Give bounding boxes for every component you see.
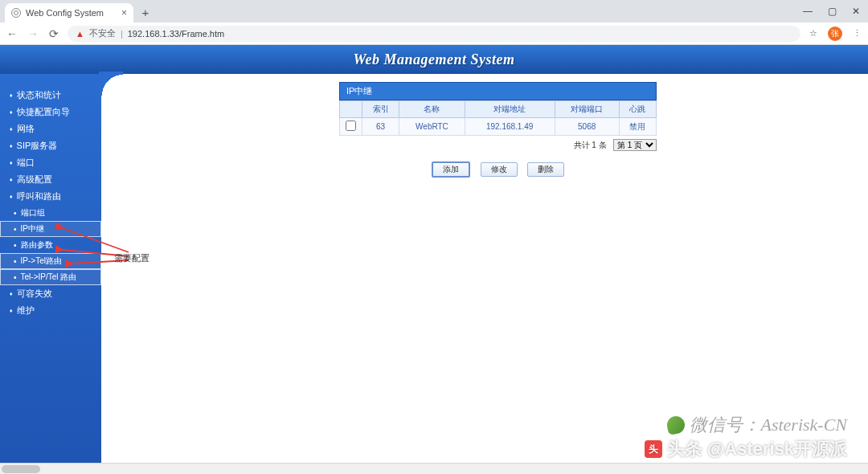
nav-callroute-sub: 端口组 IP中继 路由参数 IP->Tel路由 Tel->IP/Tel 路由 (0, 205, 101, 285)
col-peeraddr: 对端地址 (465, 101, 555, 118)
panel-title: IP中继 (339, 82, 657, 100)
watermark-text: 微信号：Asterisk-CN (690, 413, 847, 437)
back-icon[interactable]: ← (5, 27, 19, 40)
wechat-icon (666, 415, 686, 435)
sub-iptrunk[interactable]: IP中继 (0, 221, 101, 237)
extension-icon[interactable]: ☆ (807, 27, 820, 40)
horizontal-scrollbar[interactable] (0, 463, 868, 474)
sub-label: Tel->IP/Tel 路由 (21, 272, 77, 283)
sub-label: 端口组 (21, 207, 45, 219)
nav-maintain[interactable]: 维护 (0, 302, 101, 319)
nav-label: 状态和统计 (17, 89, 61, 101)
address-bar[interactable]: ▲ 不安全 | 192.168.1.33/Frame.htm (68, 26, 800, 42)
cell-heartbeat: 禁用 (619, 118, 656, 136)
ip-trunk-table: 索引 名称 对端地址 对端端口 心跳 63 WebRTC (339, 100, 657, 136)
nav-sip[interactable]: SIP服务器 (0, 137, 101, 154)
page-banner: Web Management System (0, 45, 868, 74)
cell-name: WebRTC (399, 118, 465, 136)
col-heartbeat: 心跳 (619, 101, 656, 118)
nav-label: 呼叫和路由 (17, 190, 61, 202)
sub-label: IP中继 (21, 223, 44, 235)
globe-icon (11, 8, 21, 18)
cell-index: 63 (362, 118, 399, 136)
nav-wizard[interactable]: 快捷配置向导 (0, 104, 101, 121)
minimize-icon[interactable]: — (796, 0, 820, 22)
watermark-text: 头条 @Asterisk开源派 (667, 437, 847, 461)
new-tab-button[interactable]: + (137, 3, 154, 21)
nav-callroute[interactable]: 呼叫和路由 (0, 188, 101, 205)
url-text: 192.168.1.33/Frame.htm (128, 29, 224, 39)
watermark-toutiao: 头 头条 @Asterisk开源派 (645, 437, 847, 461)
browser-tab[interactable]: Web Config System × (5, 3, 133, 22)
tab-title: Web Config System (26, 8, 104, 18)
cell-peeraddr: 192.168.1.49 (465, 118, 555, 136)
sub-portgroup[interactable]: 端口组 (0, 205, 101, 221)
reload-icon[interactable]: ⟳ (47, 27, 61, 40)
pager-total-label: 共计 (574, 141, 590, 149)
col-peerport: 对端端口 (555, 101, 619, 118)
insecure-label: 不安全 (89, 27, 116, 39)
nav-label: 网络 (17, 123, 35, 135)
table-row[interactable]: 63 WebRTC 192.168.1.49 5068 禁用 (340, 118, 657, 136)
sub-routeparam[interactable]: 路由参数 (0, 237, 101, 253)
sub-label: IP->Tel路由 (21, 255, 62, 267)
pager-select[interactable]: 第 1 页 (613, 139, 657, 151)
nav-status[interactable]: 状态和统计 (0, 87, 101, 104)
scrollbar-thumb[interactable] (2, 465, 40, 473)
close-icon[interactable]: × (121, 7, 127, 18)
nav-label: SIP服务器 (17, 140, 58, 152)
cell-peerport: 5068 (555, 118, 619, 136)
nav-label: 端口 (17, 157, 35, 169)
forward-icon: → (26, 27, 40, 40)
delete-button[interactable]: 删除 (527, 162, 564, 177)
ip-trunk-panel: IP中继 索引 名称 对端地址 对端端口 心跳 (339, 82, 657, 178)
menu-icon[interactable]: ⋮ (850, 27, 863, 40)
row-checkbox[interactable] (346, 121, 356, 131)
nav-port[interactable]: 端口 (0, 154, 101, 171)
page-viewport: Web Management System 状态和统计 快捷配置向导 网络 SI… (0, 45, 868, 474)
modify-button[interactable]: 修改 (481, 162, 518, 177)
url-separator: | (121, 29, 123, 39)
browser-toolbar: ← → ⟳ ▲ 不安全 | 192.168.1.33/Frame.htm ☆ 张… (0, 22, 868, 45)
nav-advanced[interactable]: 高级配置 (0, 171, 101, 188)
nav-label: 高级配置 (17, 174, 52, 186)
nav-label: 可容失效 (17, 288, 52, 300)
insecure-icon: ▲ (76, 29, 84, 39)
button-row: 添加 修改 删除 (339, 161, 657, 178)
sub-label: 路由参数 (21, 239, 53, 251)
watermark-wechat: 微信号：Asterisk-CN (667, 413, 847, 437)
nav-label: 快捷配置向导 (17, 106, 70, 118)
nav-network[interactable]: 网络 (0, 121, 101, 137)
annotation-text: 需要配置 (114, 252, 149, 264)
browser-tabstrip: Web Config System × + — ▢ ✕ (0, 0, 868, 22)
pager: 共计 1 条 第 1 页 (339, 136, 657, 154)
sidebar: 状态和统计 快捷配置向导 网络 SIP服务器 端口 高级配置 呼叫和路由 端口组… (0, 74, 101, 474)
col-index: 索引 (362, 101, 399, 118)
col-name: 名称 (399, 101, 465, 118)
col-check (340, 101, 362, 118)
pager-count: 1 条 (592, 141, 606, 149)
sub-ip-tel[interactable]: IP->Tel路由 (0, 253, 101, 269)
window-controls: — ▢ ✕ (796, 0, 868, 22)
profile-avatar[interactable]: 张 (828, 27, 842, 41)
nav-label: 维护 (17, 304, 35, 317)
banner-title: Web Management System (353, 51, 514, 68)
close-window-icon[interactable]: ✕ (844, 0, 868, 22)
nav-failover[interactable]: 可容失效 (0, 285, 101, 302)
toutiao-icon: 头 (645, 440, 662, 458)
maximize-icon[interactable]: ▢ (820, 0, 844, 22)
sub-tel-ip-tel[interactable]: Tel->IP/Tel 路由 (0, 269, 101, 285)
add-button[interactable]: 添加 (432, 161, 470, 178)
